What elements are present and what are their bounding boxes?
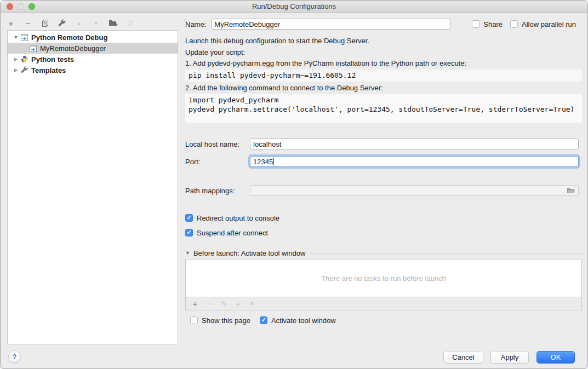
port-value: 12345 [253, 158, 273, 166]
name-label: Name: [185, 20, 206, 28]
ok-button[interactable]: OK [536, 351, 575, 364]
allow-parallel-run-label: Allow parallel run [522, 20, 576, 28]
help-icon: ? [13, 353, 17, 361]
run-debug-configurations-dialog: Run/Debug Configurations + − ▲ ▼ ↓ az ▼ … [0, 0, 588, 369]
port-label: Port: [185, 158, 200, 166]
suspend-after-connect-label: Suspend after connect [197, 229, 268, 237]
show-this-page-label: Show this page [202, 316, 250, 325]
step2-text: 2. Add the following command to connect … [185, 83, 582, 93]
tree-item-label: Python tests [31, 55, 74, 64]
local-host-name-input[interactable]: localhost [250, 139, 579, 149]
tree-item-python-tests[interactable]: ▶ Python tests [8, 54, 178, 65]
tree-item-label: Templates [31, 66, 66, 74]
tree-item-python-remote-debug[interactable]: ▼ Python Remote Debug [8, 32, 178, 43]
expand-collapse-icon[interactable]: ▶ [12, 56, 20, 62]
configuration-form: Name: MyRemoteDebugger Share Allow paral… [185, 13, 582, 350]
minimize-window-button [18, 3, 24, 10]
step1-text: 1. Add pydevd-pycharm.egg from the PyCha… [185, 59, 582, 68]
before-launch-title: Before launch: Activate tool window [193, 249, 306, 257]
window-controls [7, 3, 35, 10]
settrace-code: import pydevd_pycharmpydevd_pycharm.sett… [185, 94, 582, 123]
move-up-icon: ▲ [74, 18, 84, 28]
zoom-window-button[interactable] [28, 3, 35, 10]
show-this-page-checkbox[interactable] [190, 316, 198, 324]
expand-collapse-icon[interactable]: ▶ [12, 67, 20, 73]
intro-text: Launch this debug configuration to start… [185, 36, 582, 46]
activate-tool-window-label: Activate tool window [271, 316, 336, 325]
text-caret [273, 158, 274, 165]
add-configuration-icon[interactable]: + [6, 18, 16, 28]
redirect-output-checkbox[interactable] [185, 214, 193, 222]
name-value: MyRemoteDebugger [214, 20, 280, 28]
move-task-down-icon: ▼ [248, 299, 256, 309]
pip-install-code: pip install pydevd-pycharm~=191.6605.12 [185, 70, 582, 82]
redirect-output-label: Redirect output to console [197, 214, 279, 222]
copy-configuration-icon[interactable] [40, 18, 50, 28]
path-mappings-input[interactable] [250, 185, 579, 196]
remote-debug-config-icon [21, 33, 29, 41]
python-tests-icon [21, 55, 29, 63]
collapse-section-icon[interactable]: ▼ [185, 250, 190, 256]
templates-wrench-icon [21, 66, 29, 74]
close-window-button[interactable] [7, 3, 13, 10]
allow-parallel-run-checkbox[interactable] [510, 20, 518, 28]
share-checkbox[interactable] [472, 20, 479, 28]
move-down-icon: ▼ [91, 18, 101, 28]
local-host-name-value: localhost [253, 140, 281, 148]
expand-collapse-icon[interactable]: ▼ [12, 34, 20, 40]
code-line-2: pydevd_pycharm.settrace('localhost', por… [189, 105, 579, 114]
section-divider [310, 253, 582, 253]
cancel-button[interactable]: Cancel [443, 351, 483, 364]
name-input[interactable]: MyRemoteDebugger [211, 19, 450, 30]
tree-item-label: Python Remote Debug [31, 33, 107, 42]
apply-button[interactable]: Apply [490, 351, 529, 364]
path-mappings-label: Path mappings: [185, 187, 235, 195]
empty-tasks-text: There are no tasks to run before launch [321, 274, 446, 282]
code-line-1: import pydevd_pycharm [189, 95, 579, 105]
remove-task-icon: − [205, 299, 213, 309]
update-script-text: Update your script: [185, 48, 582, 57]
tree-item-templates[interactable]: ▶ Templates [8, 65, 178, 76]
configurations-toolbar: + − ▲ ▼ ↓ az [6, 16, 135, 30]
help-button[interactable]: ? [8, 350, 21, 363]
edit-task-icon: ✎ [220, 299, 227, 309]
remove-configuration-icon[interactable]: − [23, 18, 33, 28]
browse-folder-icon[interactable] [567, 187, 575, 194]
port-input[interactable]: 12345 [250, 156, 579, 167]
sort-configurations-icon: ↓ az [125, 18, 135, 28]
suspend-after-connect-checkbox[interactable] [185, 229, 193, 237]
window-title: Run/Debug Configurations [252, 2, 336, 10]
tree-item-label: MyRemoteDebugger [40, 44, 106, 53]
tree-item-myremotedebugger[interactable]: MyRemoteDebugger [8, 43, 178, 54]
local-host-name-label: Local host name: [185, 140, 239, 148]
before-launch-task-list[interactable]: There are no tasks to run before launch [185, 259, 582, 297]
configurations-tree: ▼ Python Remote Debug MyRemoteDebugger ▶… [7, 30, 178, 344]
share-label: Share [483, 20, 503, 28]
move-task-up-icon: ▲ [234, 299, 242, 309]
before-launch-toolbar: + − ✎ ▲ ▼ [185, 297, 582, 310]
title-bar[interactable]: Run/Debug Configurations [1, 1, 587, 13]
new-folder-icon[interactable] [108, 18, 118, 28]
add-task-icon[interactable]: + [191, 299, 199, 309]
activate-tool-window-checkbox[interactable] [260, 316, 267, 324]
before-launch-header[interactable]: ▼ Before launch: Activate tool window [185, 248, 582, 258]
remote-debug-config-icon [30, 44, 38, 52]
edit-templates-icon[interactable] [57, 18, 67, 28]
